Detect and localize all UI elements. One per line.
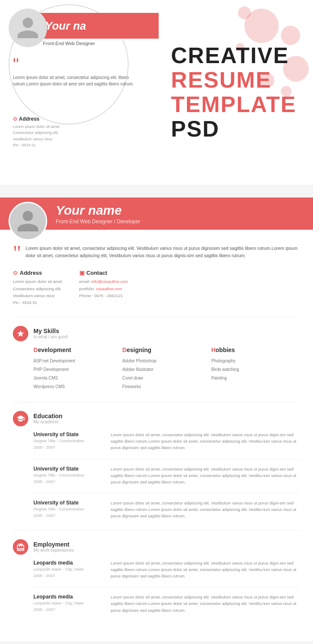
- emp-detail-2: Leopards tower - City, State2005 - 2007: [33, 600, 102, 613]
- title-block: CREATIVE RESUME TEMPLATE PSD: [171, 43, 296, 142]
- education-section: Education My academic University of Stat…: [13, 411, 300, 519]
- employment-title: Employment: [33, 541, 74, 548]
- hobby-photography: Photography: [211, 357, 300, 365]
- edu-detail-3: Degree Title - Concentration2005 - 2007: [33, 506, 102, 519]
- hobby-painting: Painting: [211, 374, 300, 383]
- employment-heading-text: Employment My work experiances: [33, 541, 74, 553]
- edu-entry-3: University of State Degree Title - Conce…: [13, 500, 300, 519]
- skills-heading: My Skills In what I am good: [13, 326, 300, 341]
- emp-left-1: Leopards media Leopards tower - City, St…: [33, 560, 102, 580]
- edu-left-2: University of State Degree Title - Conce…: [33, 466, 102, 486]
- bubble-3: [238, 6, 251, 19]
- contact-phone: Phone : 0476 - 2662121: [79, 292, 128, 299]
- section-sep-2: [13, 402, 300, 402]
- education-heading: Education My academic: [13, 411, 300, 426]
- list-item: Corel draw: [122, 374, 211, 383]
- emp-entry-2: Leopards media Leopards tower - City, St…: [13, 594, 300, 614]
- list-item: Fireworks: [122, 383, 211, 391]
- hobbies-heading: Hobbies: [211, 346, 300, 353]
- edu-entry-1: University of State Degree Title - Conce…: [13, 431, 300, 451]
- hobby-birds: Birds watching: [211, 365, 300, 374]
- edu-school-2: University of State: [33, 466, 102, 472]
- education-icon: [13, 411, 28, 426]
- education-title: Education: [33, 413, 63, 419]
- skills-section: My Skills In what I am good Development …: [13, 326, 300, 391]
- resume-body: " Lorem ipsum dolor sit amet, consectetu…: [0, 230, 313, 614]
- skills-title: My Skills: [33, 328, 68, 334]
- education-sub: My academic: [33, 419, 63, 424]
- title-line-creative: CREATIVE: [171, 43, 296, 68]
- preview-left: Your na Front-End Web Designer " Lorem i…: [0, 0, 154, 185]
- resume-subtitle: Front-End Web Designer / Developer: [56, 219, 140, 225]
- address-lines: Lorem ipsum dolor sit amet Consectetur a…: [13, 278, 62, 306]
- edu-desc-2: Lorem ipsum dolor sit amet, consectetur …: [111, 466, 300, 486]
- edu-left-1: University of State Degree Title - Conce…: [33, 431, 102, 451]
- edu-school-1: University of State: [33, 431, 102, 437]
- contact-heading: Contact: [79, 270, 128, 276]
- contact-block: Contact email: info@cssauthor.com portfo…: [79, 270, 128, 306]
- emp-company-1: Leopards media: [33, 560, 102, 566]
- skills-columns: Development ASP.net Development PHP Deve…: [13, 346, 300, 391]
- email-link[interactable]: info@cssauthor.com: [91, 279, 128, 284]
- list-item: Wordpress CMS: [33, 383, 122, 391]
- pin-icon: [13, 116, 17, 122]
- portfolio-link[interactable]: cssauthor.com: [96, 286, 122, 291]
- dev-heading: Development: [33, 346, 122, 353]
- design-heading: Designing: [122, 346, 211, 353]
- employment-sub: My work experiances: [33, 548, 74, 553]
- pin-icon-2: [13, 270, 18, 276]
- employment-icon: [13, 539, 28, 555]
- employment-section: Employment My work experiances Leopards …: [13, 539, 300, 614]
- edu-desc-3: Lorem ipsum dolor sit amet, consectetur …: [111, 500, 300, 519]
- edu-right-2: Lorem ipsum dolor sit amet, consectetur …: [111, 466, 300, 486]
- edu-right-1: Lorem ipsum dolor sit amet, consectetur …: [111, 431, 300, 451]
- list-item: Joomla CMS: [33, 374, 122, 383]
- skill-col-designing: Designing Adobe Photoshop Adobe Illustra…: [122, 346, 211, 391]
- edu-divider-2: [33, 493, 300, 493]
- edu-divider-1: [33, 459, 300, 459]
- resume-avatar: [9, 202, 47, 240]
- edu-left-3: University of State Degree Title - Conce…: [33, 500, 102, 519]
- emp-right-2: Lorem ipsum dolor sit amet, consectetur …: [111, 594, 300, 614]
- section-sep-1: [13, 317, 300, 317]
- resume-section: Your name Front-End Web Designer / Devel…: [0, 197, 313, 641]
- skills-sub: In what I am good: [33, 334, 68, 339]
- preview-subtitle: Front-End Web Designer: [43, 41, 95, 46]
- bubble-2: [281, 26, 300, 45]
- emp-left-2: Leopards media Leopards tower - City, St…: [33, 594, 102, 614]
- dev-list: ASP.net Development PHP Development Joom…: [33, 357, 122, 391]
- employment-heading: Employment My work experiances: [13, 539, 300, 555]
- contact-email: email: info@cssauthor.com: [79, 278, 128, 285]
- skill-col-development: Development ASP.net Development PHP Deve…: [33, 346, 122, 391]
- edu-school-3: University of State: [33, 500, 102, 506]
- list-item: PHP Development: [33, 365, 122, 374]
- address-label: Address: [13, 116, 60, 122]
- address-text: Lorem ipsum dolor sit amet Consectetur a…: [13, 124, 60, 149]
- title-line-template: TEMPLATE: [171, 92, 296, 117]
- resume-header-text: Your name Front-End Web Designer / Devel…: [56, 203, 140, 225]
- emp-desc-2: Lorem ipsum dolor sit amet, consectetur …: [111, 594, 300, 614]
- skills-heading-text: My Skills In what I am good: [33, 328, 68, 339]
- preview-section: Your na Front-End Web Designer " Lorem i…: [0, 0, 313, 185]
- design-list: Adobe Photoshop Adobe Illustrator Corel …: [122, 357, 211, 391]
- preview-header-bar: Your na: [39, 13, 159, 39]
- skills-icon: [13, 326, 28, 341]
- resume-header: Your name Front-End Web Designer / Devel…: [0, 197, 313, 230]
- edu-desc-1: Lorem ipsum dolor sit amet, consectetur …: [111, 431, 300, 451]
- section-sep-3: [13, 530, 300, 531]
- edu-detail-2: Degree Title - Concentration2005 - 2007: [33, 472, 102, 485]
- emp-divider-1: [33, 587, 300, 587]
- preview-name: Your na: [45, 19, 86, 33]
- skill-col-hobbies: Hobbies Photography Birds watching Paint…: [211, 346, 300, 391]
- emp-detail-1: Leopards tower - City, State2005 - 2007: [33, 566, 102, 579]
- edu-detail-1: Degree Title - Concentration2005 - 2007: [33, 437, 102, 450]
- emp-entry-1: Leopards media Leopards tower - City, St…: [13, 560, 300, 580]
- list-item: ASP.net Development: [33, 357, 122, 365]
- address-block: Address Lorem ipsum dolor sit amet Conse…: [13, 270, 62, 306]
- preview-address: Address Lorem ipsum dolor sit amet Conse…: [13, 116, 60, 149]
- emp-right-1: Lorem ipsum dolor sit amet, consectetur …: [111, 560, 300, 580]
- emp-company-2: Leopards media: [33, 594, 102, 600]
- resume-quote-text: Lorem ipsum dolor sit amet, consectetur …: [26, 245, 300, 259]
- list-item: Adobe Illustrator: [122, 365, 211, 374]
- info-row: Address Lorem ipsum dolor sit amet Conse…: [13, 270, 300, 306]
